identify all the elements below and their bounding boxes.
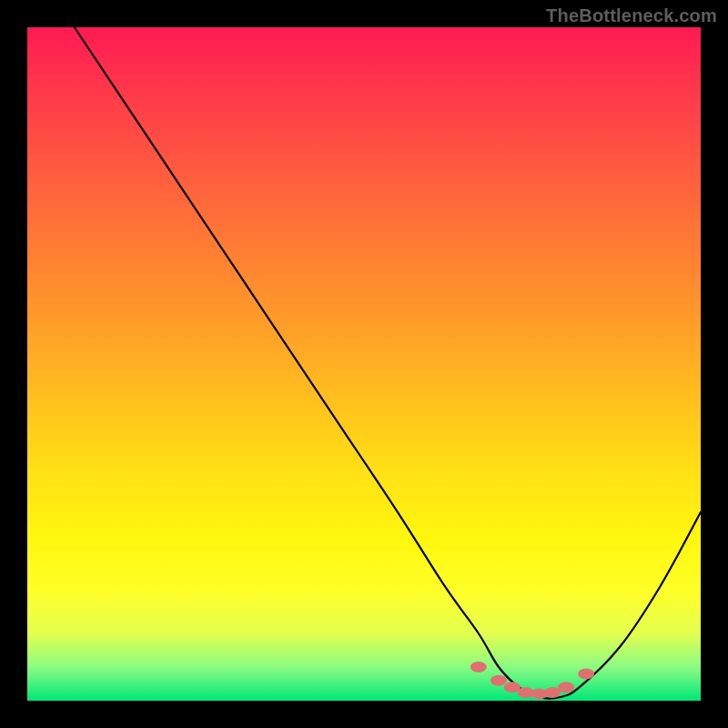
watermark-text: TheBottleneck.com (546, 5, 717, 26)
plot-area (27, 27, 701, 701)
bottleneck-curve (75, 27, 701, 699)
bottleneck-curve-svg (27, 27, 701, 701)
chart-container: TheBottleneck.com (0, 0, 728, 728)
bottom-dot (490, 675, 507, 686)
bottom-dot (578, 668, 594, 679)
bottom-dot (470, 662, 487, 672)
bottom-dots (470, 662, 594, 700)
bottom-dot (558, 682, 574, 693)
